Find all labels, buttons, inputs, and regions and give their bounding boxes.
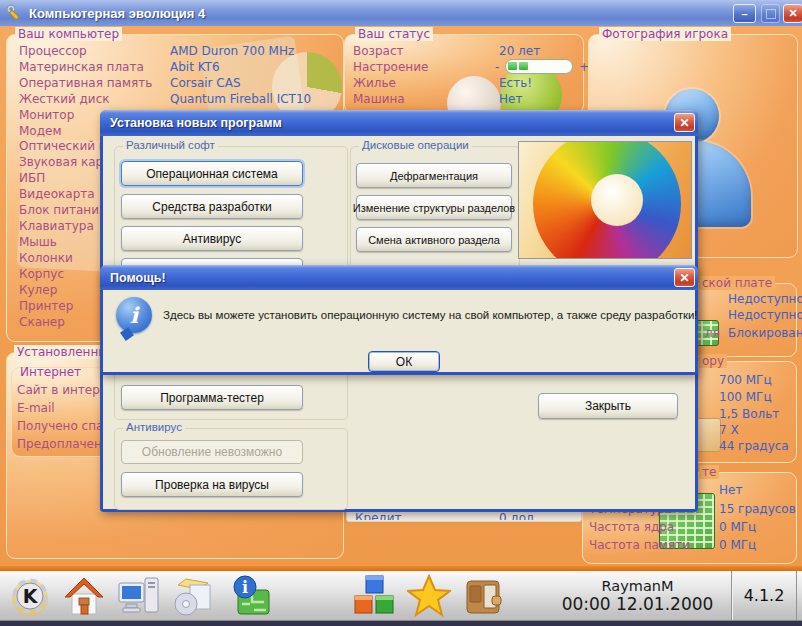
spec-row: ИБП	[19, 171, 45, 186]
hardware-info-icon[interactable]: i	[228, 574, 272, 618]
spec-row: Оперативная памятьCorsair CAS	[19, 76, 339, 91]
taskbar-bottom-stripe	[0, 621, 802, 626]
credit-label: Кредит	[355, 511, 402, 520]
stat-row: Недоступно	[728, 308, 802, 323]
stat-row: ляБлокирован	[705, 326, 795, 341]
install-dialog-titlebar: Установка новых программ	[100, 110, 698, 136]
partition-structure-button[interactable]: Изменение структуры разделов	[356, 195, 512, 220]
active-partition-button[interactable]: Смена активного раздела	[356, 227, 512, 252]
kde-gear-icon[interactable]: K	[8, 574, 52, 618]
minimize-icon: –	[741, 8, 747, 20]
spec-row: Видеокарта	[19, 187, 95, 202]
mood-segment	[519, 62, 528, 70]
status-row: ЖильеЕсть!	[353, 76, 579, 91]
status-row: Возраст20 лет	[353, 44, 579, 59]
spec-row: Мышь	[19, 235, 57, 250]
cpu-panel-title: ору	[699, 354, 727, 368]
tester-button[interactable]: Программа-тестер	[121, 385, 303, 410]
stat-row: 7 X	[719, 423, 739, 438]
status-row: МашинаНет	[353, 92, 579, 107]
os-install-button[interactable]: Операционная система	[121, 161, 303, 186]
internet-title: Интернет	[17, 365, 84, 380]
taskbar: K i	[0, 566, 802, 626]
spec-row: Монитор	[19, 108, 74, 123]
maximize-button	[761, 4, 780, 23]
ok-button[interactable]: ОК	[368, 351, 440, 372]
maximize-icon	[766, 9, 776, 19]
close-icon: ✕	[679, 116, 689, 130]
close-icon: ✕	[679, 271, 689, 285]
svg-text:K: K	[23, 585, 39, 607]
antivirus-button[interactable]: Антивирус	[121, 226, 303, 251]
install-dialog-title: Установка новых программ	[110, 116, 282, 130]
spec-row: Принтер	[19, 299, 73, 314]
spec-row: Материнская платаAbit KT6	[19, 60, 339, 75]
svg-text:i: i	[242, 578, 248, 597]
close-button[interactable]: ✕	[783, 4, 802, 23]
soft-group-title: Различный софт	[123, 139, 218, 151]
player-info: RaymanM 00:00 12.01.2000	[545, 571, 730, 620]
computer-icon[interactable]	[117, 574, 161, 618]
spec-row: ПроцессорAMD Duron 700 MHz	[19, 44, 339, 59]
spec-row: Жесткий дискQuantum Fireball ICT10	[19, 92, 339, 107]
info-icon: i	[116, 297, 152, 333]
stat-row: Нет	[719, 483, 742, 498]
window-title: Компьютерная эволюция 4	[29, 6, 205, 21]
credit-value: 0 дол	[499, 511, 534, 520]
player-photo	[518, 141, 692, 259]
stat-row: Недоступно	[728, 292, 802, 307]
close-dialog-button[interactable]: Закрыть	[538, 393, 678, 419]
dev-tools-button[interactable]: Средства разработки	[121, 194, 303, 219]
status-panel-title: Ваш статус	[355, 27, 433, 41]
swirl-image	[533, 141, 681, 259]
spec-row: Кулер	[19, 283, 57, 298]
spec-row: Модем	[19, 124, 61, 139]
stat-row: 700 МГц	[719, 373, 772, 388]
defrag-button[interactable]: Дефрагментация	[356, 163, 512, 188]
spec-row: Сканер	[19, 315, 65, 330]
spec-row: Колонки	[19, 251, 73, 266]
update-button: Обновление невозможно	[121, 440, 303, 464]
clock-date: 00:00 12.01.2000	[562, 594, 714, 614]
install-dialog-close-button[interactable]: ✕	[674, 113, 695, 132]
photo-panel-title: Фотография игрока	[599, 27, 731, 41]
stat-row: 1,5 Вольт	[719, 407, 779, 422]
virus-scan-button[interactable]: Проверка на вирусы	[121, 472, 303, 497]
close-icon: ✕	[788, 7, 797, 20]
minimize-button[interactable]: –	[733, 4, 756, 23]
spec-row: Блок питания	[19, 203, 106, 218]
help-message: Здесь вы можете установить операционную …	[163, 309, 698, 321]
home-icon[interactable]	[62, 574, 106, 618]
help-dialog: Помощь! ✕ i Здесь вы можете установить о…	[100, 265, 698, 375]
player-name: RaymanM	[602, 578, 674, 594]
cubes-icon[interactable]	[352, 574, 396, 618]
stat-row: Частота ядра0 МГц	[589, 520, 789, 535]
stat-row: 44 градуса	[719, 439, 789, 454]
internet-row: Получено спам	[17, 419, 112, 434]
computer-panel-title: Ваш компьютер	[15, 27, 122, 41]
spec-row: Корпус	[19, 267, 64, 282]
spec-row: Клавиатура	[19, 219, 94, 234]
video-panel-title: те	[699, 465, 719, 479]
mood-progressbar	[505, 59, 573, 74]
organizer-icon[interactable]	[462, 574, 506, 618]
software-install-icon[interactable]	[172, 574, 216, 618]
status-panel: Ваш статус Возраст20 лет Настроение-+ Жи…	[344, 34, 584, 114]
help-dialog-close-button[interactable]: ✕	[674, 268, 695, 287]
star-icon[interactable]	[407, 574, 451, 618]
disk-group-title: Дисковые операции	[359, 139, 472, 151]
window-titlebar: Компьютерная эволюция 4 – ✕	[0, 0, 802, 26]
help-dialog-titlebar: Помощь!	[100, 265, 698, 290]
mood-segment	[508, 62, 517, 70]
stat-row: Частота памяти0 МГц	[589, 538, 789, 553]
help-dialog-title: Помощь!	[110, 271, 166, 285]
stat-row: 100 МГц	[719, 390, 772, 405]
internet-row: E-mail	[17, 401, 55, 416]
antivirus-group-title: Антивирус	[123, 421, 185, 433]
motherboard-panel-title: ской плате	[699, 276, 775, 290]
version-badge: 4.1.2	[731, 571, 797, 620]
wrench-icon	[6, 4, 24, 22]
app-window: Компьютерная эволюция 4 – ✕ Ваш компьюте…	[0, 0, 802, 626]
